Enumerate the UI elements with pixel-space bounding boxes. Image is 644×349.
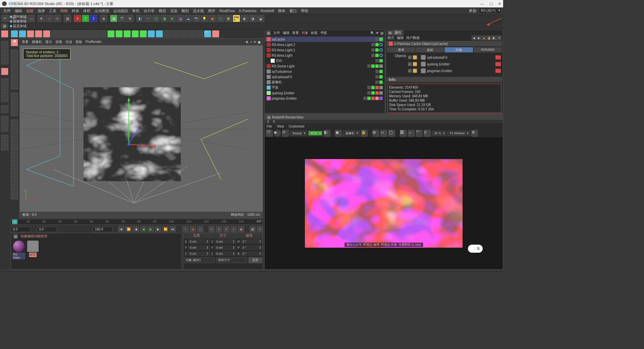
xp-btn-17[interactable] [140, 30, 147, 38]
param-key-button[interactable]: A [231, 226, 237, 232]
coord-rot-H[interactable]: 0 °‡ [241, 240, 263, 244]
texture-mode-button[interactable] [1, 49, 8, 56]
vp-nav-icon-4[interactable]: ▣ [258, 40, 261, 44]
xp-btn-22[interactable] [180, 30, 187, 38]
timeline-ruler[interactable]: 6 6102030405060708090100110120130140150 … [11, 219, 263, 225]
xp-btn-6[interactable] [51, 30, 58, 38]
rv-channel-dropdown[interactable]: RGB [308, 131, 322, 136]
coord-size-Y[interactable]: 0 cm‡ [215, 246, 236, 250]
pos-key-button[interactable]: P [209, 226, 215, 232]
menu-流水线[interactable]: 流水线 [191, 9, 206, 13]
generator-button[interactable]: ◫ [152, 15, 160, 22]
xp-btn-13[interactable] [107, 30, 115, 38]
axis-x-button[interactable]: X [74, 15, 81, 22]
coord-size-Z[interactable]: 0 cm‡ [215, 252, 236, 256]
render-view-button[interactable]: ▣ [110, 15, 117, 22]
mat-tab-纹理[interactable]: 纹理 [41, 234, 47, 238]
om-view-icon[interactable]: 👁 [376, 31, 379, 35]
om-object-RS Area Light[interactable]: RS Area Light [265, 53, 384, 58]
om-object-RS Area Light.1[interactable]: RS Area Light.1 [265, 47, 384, 53]
vp-tool-9[interactable] [11, 119, 18, 127]
attr-nav-fwd[interactable]: ▶ [477, 36, 481, 40]
axis-z-button[interactable]: Z [90, 15, 97, 22]
rv-bucket-icon[interactable]: ⊞ [372, 130, 379, 137]
menu-渲染[interactable]: 渲染 [168, 9, 179, 13]
tweak-button[interactable] [1, 143, 8, 150]
material-slot-1[interactable]: RS Mate [12, 241, 25, 268]
window-minimize-button[interactable]: — [480, 2, 484, 6]
rv-aov-dropdown[interactable]: Beauty [290, 131, 307, 136]
vp-tool-8[interactable] [11, 109, 18, 116]
move-button[interactable]: ✥ [38, 15, 45, 22]
menu-运动图形[interactable]: 运动图形 [93, 9, 111, 13]
menu-工具[interactable]: 工具 [47, 9, 58, 13]
edges-mode-button[interactable] [1, 87, 8, 94]
attr-subtab-对象[interactable]: 对象 [444, 47, 473, 53]
console-icon[interactable]: ▤ [1, 23, 7, 29]
vp-tool-1[interactable] [11, 50, 18, 57]
volume-button[interactable]: ◉ [209, 15, 216, 22]
render-settings-button[interactable]: ⚙ [126, 15, 133, 22]
field-button[interactable]: ⬡ [217, 15, 224, 22]
vp-nav-icon-3[interactable]: ⟳ [254, 40, 256, 44]
xp-btn-18[interactable] [148, 30, 155, 38]
attr-menu-模式[interactable]: 模式 [387, 36, 394, 40]
psr-button[interactable]: PSR0 [233, 15, 240, 22]
axis-y-button[interactable]: Y [82, 15, 89, 22]
camera-button[interactable]: 📷 [193, 15, 200, 22]
xp-btn-24[interactable] [196, 30, 203, 38]
lock-button[interactable] [1, 135, 8, 142]
menu-Redshift[interactable]: Redshift [259, 9, 276, 13]
vp-tool-16[interactable] [11, 176, 18, 183]
vp-tool-13[interactable] [11, 152, 18, 159]
include-check[interactable] [408, 69, 412, 72]
xp-btn-8[interactable] [67, 30, 74, 38]
menu-插件[interactable]: 插件 [206, 9, 217, 13]
om-menu-文件[interactable]: 文件 [272, 31, 281, 35]
vp-nav-icon-2[interactable]: ⤢ [250, 40, 252, 44]
xp-btn-14[interactable] [115, 30, 123, 38]
rv-menu-File[interactable]: File [267, 124, 272, 128]
vp-tool-5[interactable] [11, 82, 18, 89]
tool-button-3[interactable]: ◒ [257, 15, 264, 22]
model-mode-button[interactable] [1, 41, 8, 48]
undo-button[interactable]: ↶ [1, 15, 9, 22]
xp-btn-5[interactable] [43, 30, 50, 38]
field-5[interactable]: 圆环体域 [8, 14, 29, 19]
tool-button-1[interactable]: ◐ [241, 15, 248, 22]
xp-btn-11[interactable] [91, 30, 99, 38]
field-7[interactable]: 延迟体域 [8, 24, 29, 29]
menu-编辑[interactable]: 编辑 [13, 9, 24, 13]
attr-lock-icon[interactable]: 🔒 [487, 36, 491, 40]
rv-settings-icon[interactable]: ⚙ [471, 130, 478, 137]
include-check[interactable] [408, 56, 412, 59]
coord-size-dropdown[interactable]: 绝对尺寸 [216, 257, 247, 263]
coord-rot-B[interactable]: 0 °‡ [241, 252, 263, 256]
menu-网格[interactable]: 网格 [58, 9, 70, 13]
vp-menu-显示[interactable]: 显示 [45, 40, 52, 44]
coord-apply-button[interactable]: 应用 [249, 257, 262, 263]
menu-运动跟踪[interactable]: 运动跟踪 [111, 9, 130, 13]
object-mode-button[interactable] [1, 68, 8, 75]
xp-btn-19[interactable] [156, 30, 163, 38]
field-6[interactable]: 胶囊体域 [8, 19, 29, 24]
snap-button[interactable] [1, 124, 8, 132]
dope-button[interactable]: ▤ [250, 226, 256, 232]
light-button[interactable]: 💡 [201, 15, 208, 22]
rv-focus-icon[interactable]: ◯ [388, 130, 395, 137]
om-menu-编辑[interactable]: 编辑 [281, 31, 291, 35]
include-check[interactable] [408, 62, 412, 66]
xp-btn-16[interactable] [131, 30, 139, 38]
pla-key-button[interactable]: ◉ [238, 226, 244, 232]
xp-btn-7[interactable] [59, 30, 66, 38]
render-picture-button[interactable]: 🎬 [118, 15, 125, 22]
menu-窗口[interactable]: 窗口 [287, 9, 299, 13]
xp-btn-10[interactable] [83, 30, 91, 38]
xp-emitter-button[interactable] [19, 30, 26, 38]
rv-add-snapshot-icon[interactable]: ＋ [408, 130, 415, 137]
menu-模拟[interactable]: 模拟 [157, 9, 168, 13]
menu-文件[interactable]: 文件 [1, 9, 13, 13]
coord-pos-Z[interactable]: 0 cm‡ [188, 252, 210, 256]
menu-样条[interactable]: 样条 [70, 9, 81, 13]
vp-tool-10[interactable] [11, 128, 18, 135]
